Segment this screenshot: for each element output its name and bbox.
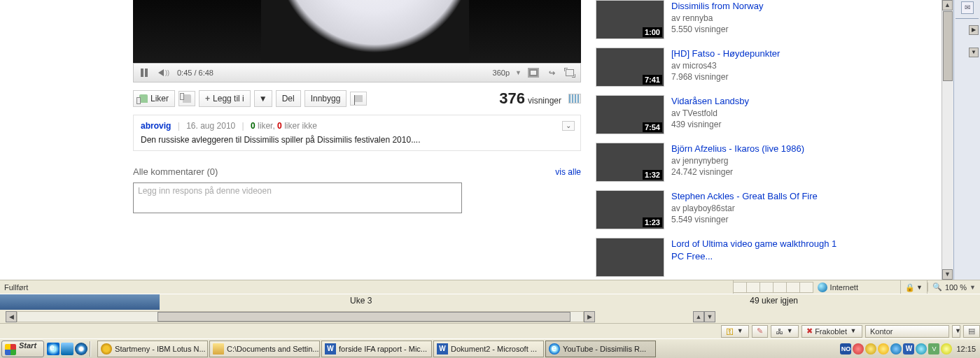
flag-button[interactable] <box>350 92 367 106</box>
related-item[interactable]: 1:32 Björn Afzelius - Ikaros (live 1986)… <box>596 143 841 182</box>
lotus-tool-button[interactable]: ✎ <box>752 325 768 338</box>
video-thumbnail[interactable] <box>596 238 664 277</box>
lotus-dropdown[interactable]: ▼ <box>952 325 960 338</box>
scroll-down-icon[interactable]: ▼ <box>704 311 715 322</box>
ie-icon[interactable] <box>47 343 59 355</box>
stats-icon[interactable] <box>568 94 581 103</box>
related-item[interactable]: Lord of Ultima video game walkthrough 1 … <box>596 238 841 277</box>
lotus-tool-button[interactable]: 🖧▼ <box>771 325 799 338</box>
taskbar-item[interactable]: Startmeny - IBM Lotus N... <box>97 341 208 357</box>
like-button[interactable]: Liker <box>133 90 175 107</box>
show-all-link[interactable]: vis alle <box>555 167 581 177</box>
share-arrow-icon[interactable]: ↪ <box>545 66 558 79</box>
video-player[interactable] <box>133 0 581 63</box>
related-title[interactable]: Dissimilis from Norway <box>671 0 763 13</box>
tray-icon[interactable] <box>853 343 864 355</box>
flag-icon <box>354 95 363 102</box>
lotus-tray-button[interactable]: ▤ <box>963 325 980 338</box>
taskbar-item[interactable]: WDokument2 - Microsoft ... <box>433 341 544 357</box>
tray-icon[interactable] <box>916 343 927 355</box>
player-controls: )) 0:45 / 6:48 360p▼ ↪ <box>133 63 581 83</box>
lotus-key-button[interactable]: ⚿▼ <box>721 325 749 338</box>
video-thumbnail[interactable]: 1:32 <box>596 143 664 182</box>
ie-sidebar: ✉ ▶ ▼ <box>953 0 980 280</box>
related-videos: 1:00 Dissimilis from Norwayav rennyba5.5… <box>596 0 841 285</box>
view-label: visninger <box>528 96 561 106</box>
related-title[interactable]: Vidaråsen Landsby <box>671 95 749 108</box>
vertical-scrollbar[interactable]: ▲▼ <box>941 0 953 280</box>
zoom-level: 100 % <box>945 283 967 292</box>
taskbar-item[interactable]: C:\Documents and Settin... <box>209 341 320 357</box>
ie-statusbar: Fullført Internett 🔒▼ 🔍 100 % ▼ <box>0 280 980 294</box>
related-item[interactable]: 7:54 Vidaråsen Landsbyav TVestfold439 vi… <box>596 95 841 134</box>
related-item[interactable]: 7:41 [HD] Fatso - Høydepunkterav micros4… <box>596 48 841 87</box>
folder-icon <box>213 343 224 355</box>
uploader-link[interactable]: abrovig <box>141 121 171 131</box>
tray-icon[interactable]: W <box>903 343 914 355</box>
share-button[interactable]: Del <box>276 90 301 107</box>
like-summary: 0 liker, 0 liker ikke <box>251 121 317 131</box>
tray-icon[interactable]: V <box>928 343 939 355</box>
video-thumbnail[interactable]: 1:00 <box>596 0 664 39</box>
related-title[interactable]: Lord of Ultima video game walkthrough 1 … <box>671 238 841 262</box>
thumb-up-icon <box>139 94 148 103</box>
scroll-right-icon[interactable]: ▶ <box>584 311 595 322</box>
taskbar-item[interactable]: Wforside IFA rapport - Mic... <box>321 341 432 357</box>
embed-button[interactable]: Innbygg <box>304 90 347 107</box>
fullscreen-icon[interactable] <box>564 66 576 79</box>
related-title[interactable]: Björn Afzelius - Ikaros (live 1986) <box>671 143 804 155</box>
ie-expand-icon[interactable]: ▶ <box>969 25 979 35</box>
video-thumbnail[interactable]: 7:41 <box>596 48 664 87</box>
add-to-button[interactable]: +Legg til i <box>199 90 251 107</box>
time-display: 0:45 / 6:48 <box>177 69 214 77</box>
tray-icon[interactable] <box>865 343 876 355</box>
popout-icon[interactable] <box>527 66 540 79</box>
lotus-offline-button[interactable]: ✖Frakoblet▼ <box>802 325 862 338</box>
pause-button[interactable] <box>138 66 150 79</box>
scroll-up-icon[interactable]: ▲ <box>693 311 704 322</box>
lock-icon[interactable]: 🔒 <box>905 280 915 294</box>
lotus-icon <box>101 343 112 355</box>
zoom-icon[interactable]: 🔍 <box>932 282 942 292</box>
lotus-statusbar: ⚿▼ ✎ 🖧▼ ✖Frakoblet▼ Kontor ▼ ▤ <box>0 323 980 338</box>
scroll-left-icon[interactable]: ◀ <box>6 311 17 322</box>
comments-header: Alle kommentarer (0) <box>133 166 218 177</box>
show-desktop-icon[interactable] <box>61 343 74 355</box>
related-title[interactable]: [HD] Fatso - Høydepunkter <box>671 48 780 60</box>
taskbar-item[interactable]: YouTube - Dissimilis R... <box>545 341 656 357</box>
thumb-down-icon <box>183 94 191 103</box>
quick-launch <box>47 343 88 355</box>
ie-dropdown-icon[interactable]: ▼ <box>969 48 979 57</box>
tray-icon[interactable]: NO <box>840 343 851 355</box>
description-box: abrovig | 16. aug 2010 | 0 liker, 0 like… <box>133 115 581 151</box>
expand-button[interactable]: ⌄ <box>562 121 575 131</box>
week-label: Uke 3 <box>350 296 372 306</box>
upload-date: 16. aug 2010 <box>186 121 235 131</box>
lotus-location-button[interactable]: Kontor <box>865 325 949 338</box>
add-to-dropdown[interactable]: ▼ <box>254 90 272 107</box>
description-text: Den russiske avleggeren til Dissimilis s… <box>141 135 573 145</box>
horizontal-scrollbar[interactable]: ◀ ▶ ▲ ▼ <box>0 310 980 323</box>
dislike-button[interactable] <box>178 91 195 106</box>
quality-label[interactable]: 360p <box>493 69 510 77</box>
view-count: 376 <box>499 90 525 108</box>
word-icon: W <box>437 343 448 355</box>
related-item[interactable]: 1:00 Dissimilis from Norwayav rennyba5.5… <box>596 0 841 39</box>
tray-icon[interactable] <box>941 343 952 355</box>
video-thumbnail[interactable]: 7:54 <box>596 95 664 134</box>
related-item[interactable]: 1:23 Stephen Ackles - Great Balls Of Fir… <box>596 190 841 229</box>
related-title[interactable]: Stephen Ackles - Great Balls Of Fire <box>671 190 818 203</box>
internet-zone-icon <box>818 282 827 292</box>
action-bar: Liker +Legg til i ▼ Del Innbygg 376 visn… <box>133 90 581 108</box>
comment-input[interactable]: Legg inn respons på denne videoen <box>133 182 462 213</box>
word-icon: W <box>325 343 336 355</box>
media-player-icon[interactable] <box>75 343 88 355</box>
start-button[interactable]: Start <box>1 341 44 357</box>
tray-icon[interactable] <box>890 343 902 355</box>
tray-icon[interactable] <box>878 343 889 355</box>
video-thumbnail[interactable]: 1:23 <box>596 190 664 229</box>
week-progress-bar: Uke 3 49 uker igjen <box>0 294 980 310</box>
ie-tool-button[interactable]: ✉ <box>961 1 974 14</box>
volume-button[interactable]: )) <box>158 66 170 79</box>
status-text: Fullført <box>0 280 734 294</box>
